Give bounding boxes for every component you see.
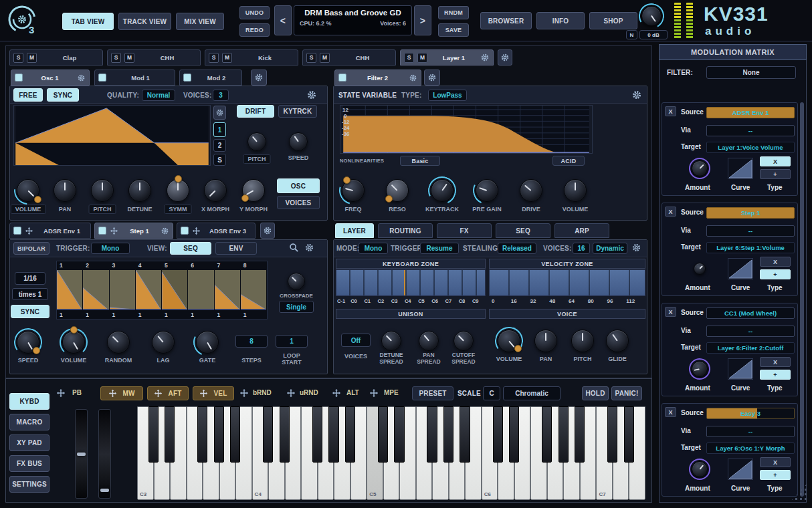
piano-black-key[interactable] [328,406,338,463]
move-icon[interactable] [192,227,201,235]
piano-black-key[interactable] [378,406,388,463]
via-value[interactable]: -- [706,125,795,136]
sidebar-kybd-button[interactable]: KYBD [9,393,49,410]
view-env-button[interactable]: ENV [215,242,257,255]
tab-mod1[interactable]: Mod 1 [94,70,175,86]
tab-view-button[interactable]: TAB VIEW [62,13,114,30]
type-plus-button[interactable]: + [760,169,791,179]
osc-symm-knob[interactable] [167,179,189,202]
matrix-scrollbar[interactable] [800,102,804,497]
step1-enable-checkbox[interactable] [98,227,106,235]
osc-xmorph-knob[interactable] [204,179,227,202]
move-icon[interactable] [25,227,33,235]
layer-gear-icon[interactable] [631,243,641,253]
undo-button[interactable]: UNDO [239,6,270,19]
filter-freq-knob[interactable] [342,179,365,202]
urnd-label[interactable]: uRND [300,389,318,396]
remove-slot-button[interactable]: X [665,407,676,417]
piano-black-key[interactable] [542,406,552,463]
type-plus-button[interactable]: + [760,470,791,480]
filter-drive-knob[interactable] [520,179,542,202]
remove-slot-button[interactable]: X [665,207,676,217]
tab-step1[interactable]: Step 1 [94,223,173,239]
source-value[interactable]: Easy 3 [706,408,795,419]
solo-button[interactable]: S [13,53,23,63]
pb-move-icon[interactable] [56,388,66,398]
tab-adsr-env3[interactable]: ADSR Env 3 [177,223,256,239]
source-value[interactable]: Step 1 [706,207,795,219]
piano-black-key[interactable] [559,406,569,463]
step-column-4[interactable]: 41 [136,261,162,319]
modenv-gear-button[interactable] [260,223,275,239]
aft-button[interactable]: AFT [147,386,189,400]
scale-key-value[interactable]: C [483,386,500,400]
filter-gear-icon[interactable] [631,90,642,100]
solo-button[interactable]: S [306,53,316,63]
alt-move-icon[interactable] [332,388,341,398]
piano-black-key[interactable] [214,406,224,463]
curve-icon[interactable] [728,358,753,380]
piano-keyboard[interactable]: C3C4C5C6C7 [137,406,645,500]
solo-button[interactable]: S [404,53,414,63]
osc-voices-value[interactable]: 3 [213,90,229,101]
step-column-2[interactable]: 21 [83,261,109,319]
piano-black-key[interactable] [197,406,207,463]
piano-black-key[interactable] [312,406,322,463]
piano-black-key[interactable] [443,406,453,463]
type-plus-button[interactable]: + [760,269,791,279]
curve-icon[interactable] [728,258,753,279]
info-button[interactable]: INFO [536,12,585,29]
tab-fx[interactable]: FX [437,223,492,238]
filter-keytrack-knob[interactable] [431,179,453,202]
move-icon[interactable] [110,227,118,235]
voice-pan-knob[interactable] [534,330,557,352]
filter-response-display[interactable] [340,105,593,154]
drift-speed-knob[interactable] [289,132,308,151]
osc-view-button[interactable]: OSC [277,178,320,193]
amount-knob[interactable] [692,361,708,377]
save-button[interactable]: SAVE [438,23,469,37]
osc-volume-knob[interactable] [17,179,39,202]
quality-value[interactable]: Normal [142,90,175,101]
nonlinearities-basic-button[interactable]: Basic [400,156,440,166]
filter-reso-knob[interactable] [386,179,409,202]
filter-volume-knob[interactable] [564,179,587,202]
keyboard-zone-display[interactable] [336,269,486,296]
step-column-8[interactable]: 81 [241,261,267,319]
mute-button[interactable]: M [320,53,330,63]
piano-black-key[interactable] [394,406,404,463]
layer-settings-gear-button[interactable] [498,49,512,66]
sidebar-settings-button[interactable]: SETTINGS [9,476,49,493]
gear-icon[interactable] [77,74,86,82]
mpe-label[interactable]: MPE [384,389,399,396]
tab-osc1[interactable]: Osc 1 [11,70,90,86]
piano-black-key[interactable] [165,406,175,463]
osc-pan-knob[interactable] [54,179,76,202]
mute-button[interactable]: M [222,53,232,63]
piano-black-key[interactable] [575,406,585,463]
velocity-zone-display[interactable] [489,269,645,296]
mute-button[interactable]: M [27,53,37,63]
type-x-button[interactable]: X [760,156,791,166]
panic-button[interactable]: PANIC! [611,386,642,400]
mw-button[interactable]: MW [100,386,143,400]
tab-routing[interactable]: ROUTING [378,223,433,238]
tab-layer[interactable]: LAYER [335,223,374,238]
osc-sync-button[interactable]: SYNC [47,88,79,102]
keytrack-button[interactable]: KYTRCK [278,105,317,118]
mod2-gear-button[interactable] [251,70,267,86]
piano-black-key[interactable] [148,406,159,463]
mute-button[interactable]: M [124,53,134,63]
tab-arp[interactable]: ARP [554,223,609,238]
step-column-1[interactable]: 11 [57,261,83,319]
curve-icon[interactable] [728,459,753,480]
step-column-6[interactable]: 61 [188,261,214,319]
type-x-button[interactable]: X [760,357,791,367]
step-rate-value[interactable]: 1/16 [15,272,45,285]
voice-glide-knob[interactable] [606,330,629,352]
wave-slot1-button[interactable]: 1 [213,122,226,137]
osc-pitch-knob[interactable] [91,179,114,202]
step-column-5[interactable]: 51 [162,261,188,319]
voices-mode-value[interactable]: Dynamic [593,243,627,254]
step-gear-icon[interactable] [304,243,314,253]
